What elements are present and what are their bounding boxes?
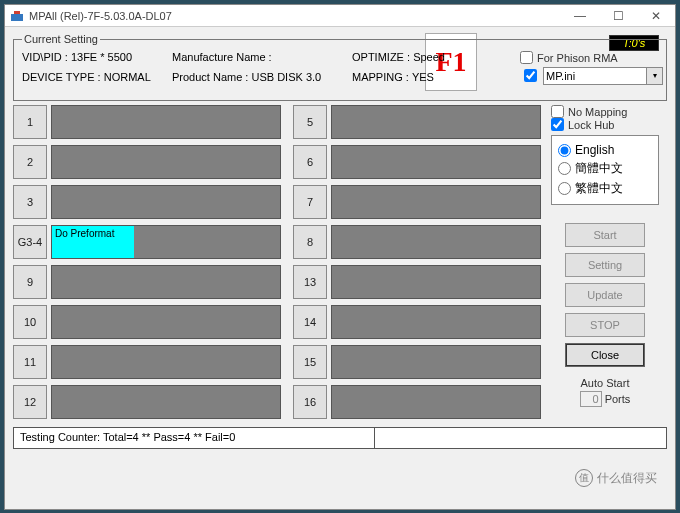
slot-box-15 [331,345,541,379]
watermark: 值什么值得买 [575,469,657,487]
slot-button-11[interactable]: 11 [13,345,47,379]
auto-start-ports-input[interactable] [580,391,602,407]
maximize-button[interactable]: ☐ [599,5,637,27]
slot-button-14[interactable]: 14 [293,305,327,339]
slot-box-14 [331,305,541,339]
status-bar: Testing Counter: Total=4 ** Pass=4 ** Fa… [13,427,667,449]
slot-button-1[interactable]: 1 [13,105,47,139]
close-window-button[interactable]: ✕ [637,5,675,27]
slot-button-8[interactable]: 8 [293,225,327,259]
slot-button-9[interactable]: 9 [13,265,47,299]
slot-button-7[interactable]: 7 [293,185,327,219]
close-button[interactable]: Close [565,343,645,367]
slot-box-1 [51,105,281,139]
slot-button-13[interactable]: 13 [293,265,327,299]
minimize-button[interactable]: — [561,5,599,27]
slot-button-2[interactable]: 2 [13,145,47,179]
slot-box-12 [51,385,281,419]
stop-button[interactable]: STOP [565,313,645,337]
lang-english-radio[interactable]: English [558,143,652,157]
language-group: English 簡體中文 繁體中文 [551,135,659,205]
preformat-segment: Do Preformat [52,226,134,258]
slot-box-16 [331,385,541,419]
slot-button-3[interactable]: 3 [13,185,47,219]
slot-button-12[interactable]: 12 [13,385,47,419]
slot-box-9 [51,265,281,299]
slot-box-G3-4: Do Preformat [51,225,281,259]
lang-traditional-radio[interactable]: 繁體中文 [558,180,652,197]
slot-box-3 [51,185,281,219]
app-icon [9,8,25,24]
slot-box-7 [331,185,541,219]
start-button[interactable]: Start [565,223,645,247]
slot-box-2 [51,145,281,179]
slot-button-6[interactable]: 6 [293,145,327,179]
setting-button[interactable]: Setting [565,253,645,277]
slot-box-13 [331,265,541,299]
svg-rect-0 [11,14,23,21]
testing-counter: Testing Counter: Total=4 ** Pass=4 ** Fa… [14,428,375,448]
window-title: MPAll (Rel)-7F-5.03.0A-DL07 [29,10,561,22]
svg-rect-1 [14,11,20,14]
slot-box-6 [331,145,541,179]
slot-box-10 [51,305,281,339]
slot-box-11 [51,345,281,379]
current-setting-legend: Current Setting [22,33,100,45]
titlebar: MPAll (Rel)-7F-5.03.0A-DL07 — ☐ ✕ [5,5,675,27]
slot-button-10[interactable]: 10 [13,305,47,339]
update-button[interactable]: Update [565,283,645,307]
slot-button-G3-4[interactable]: G3-4 [13,225,47,259]
lang-simplified-radio[interactable]: 簡體中文 [558,160,652,177]
no-mapping-checkbox[interactable]: No Mapping [551,105,659,118]
slot-button-15[interactable]: 15 [293,345,327,379]
slot-box-5 [331,105,541,139]
slot-button-16[interactable]: 16 [293,385,327,419]
current-setting-group: Current Setting VID\PID : 13FE * 5500 DE… [13,33,667,101]
slot-button-5[interactable]: 5 [293,105,327,139]
auto-start-group: Auto Start Ports [551,377,659,407]
slot-box-8 [331,225,541,259]
lock-hub-checkbox[interactable]: Lock Hub [551,118,659,131]
